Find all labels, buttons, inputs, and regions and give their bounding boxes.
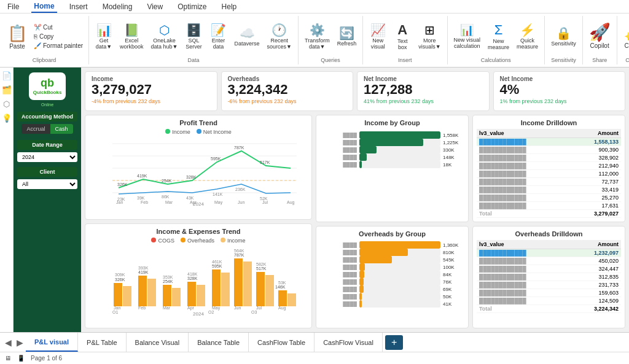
tab-pl-visual[interactable]: P&L visual [26, 333, 78, 352]
client-select[interactable]: All [17, 179, 77, 189]
svg-text:787K: 787K [234, 253, 244, 257]
insights-icon[interactable]: 💡 [2, 114, 12, 123]
new-visual-calc-button[interactable]: 📊 New visualcalculation [451, 23, 483, 50]
income-drilldown-cell-name-3: ████████████ [477, 162, 567, 170]
income-expenses-title: Income & Expenses Trend [89, 228, 308, 235]
quick-measure-button[interactable]: ⚡ Quickmeasure [514, 23, 541, 51]
income-drilldown-row-2: ████████████ 328,902 [477, 154, 621, 162]
income-bar-val-1: 1,225K [443, 140, 464, 145]
cut-button[interactable]: ✂️ Cut [32, 23, 85, 31]
tab-balance-visual[interactable]: Balance Visual [127, 333, 189, 352]
copilot-label: Copilot [625, 42, 629, 49]
overhead-group-bars: ████ 1,360K ████ [320, 240, 464, 324]
copy-button[interactable]: ⎘ Copy [32, 33, 85, 41]
menu-insert[interactable]: Insert [67, 1, 90, 12]
accrual-button[interactable]: Accrual [21, 124, 50, 134]
overheads-drilldown-cell-name-3: ████████████ [477, 273, 567, 281]
overheads-drilldown-row-3: ████████████ 312,835 [477, 273, 621, 281]
tab-nav-next[interactable]: ▶ [14, 338, 26, 347]
overhead-bar-wrap-4 [359, 271, 440, 278]
tablet-icon[interactable]: 📱 [17, 355, 25, 362]
income-drilldown-cell-val-5: 72,737 [567, 178, 621, 186]
tab-bar: ◀ ▶ P&L visual P&L Table Balance Visual … [0, 332, 629, 352]
text-box-button[interactable]: A Textbox [391, 22, 413, 52]
income-drilldown-row-7: ████████████ 25,270 [477, 194, 621, 202]
overhead-bar-label-4: ████ [320, 272, 357, 277]
refresh-label: Refresh [337, 41, 357, 47]
overhead-bar-val-8: 41K [443, 301, 464, 307]
paste-button[interactable]: 📋 Paste [4, 21, 31, 52]
overhead-bar-row-2: ████ 545K [320, 256, 464, 263]
sql-button[interactable]: 🗄️ SQLServer [183, 23, 205, 51]
sensitivity-button[interactable]: 🔒 Sensitivity [549, 26, 579, 48]
overhead-bar-row-5: ████ 76K [320, 278, 464, 285]
overheads-drilldown-col1: lv3_value [477, 240, 567, 249]
kpi-overheads: Overheads 3,224,342 -6% from previous 23… [221, 71, 354, 111]
recent-sources-button[interactable]: 🕐 Recentsources▼ [265, 23, 294, 51]
page-info: Page 1 of 6 [31, 355, 62, 362]
menu-optimize[interactable]: Optimize [175, 1, 209, 12]
new-visual-icon: 📈 [370, 24, 386, 36]
overheads-drilldown-row-5: ████████████ 159,603 [477, 289, 621, 297]
overhead-bar-row-4: ████ 84K [320, 271, 464, 278]
svg-text:461K: 461K [212, 260, 222, 264]
get-data-icon: 📊 [96, 24, 112, 36]
overhead-bar-label-7: ████ [320, 294, 357, 300]
overhead-bar-wrap-8 [359, 300, 440, 308]
income-bar-row-1: ████ 1,225K [320, 139, 464, 146]
excel-button[interactable]: 📗 Excelworkbook [117, 23, 146, 51]
enter-data-button[interactable]: 📝 Enterdata [208, 23, 230, 51]
new-measure-button[interactable]: Σ Newmeasure [485, 22, 512, 52]
tab-cashflow-visual[interactable]: CashFlow Visual [314, 333, 383, 352]
profit-trend-chart: 326K 419K 254K 328K 595K 787K 517K 23K 3… [89, 137, 308, 205]
transform-button[interactable]: ⚙️ Transformdata▼ [302, 23, 332, 51]
overhead-bar-label-3: ████ [320, 265, 357, 270]
format-painter-label: Format painter [43, 42, 83, 49]
tab-pl-table[interactable]: P&L Table [78, 333, 127, 352]
kpi-row: Income 3,279,027 -4% from previous 232 d… [85, 71, 625, 111]
model-icon[interactable]: ⬡ [3, 99, 10, 109]
menu-modeling[interactable]: Modeling [100, 1, 135, 12]
svg-text:595K: 595K [211, 157, 221, 161]
svg-text:Apr: Apr [187, 306, 195, 311]
get-data-label: Getdata▼ [96, 37, 112, 50]
left-charts: Profit Trend Income Net Income [85, 115, 312, 328]
menu-help[interactable]: Help [219, 1, 240, 12]
overhead-bar-row-8: ████ 41K [320, 300, 464, 308]
overhead-bar-8 [359, 300, 362, 308]
data-icon[interactable]: 🗂️ [2, 85, 12, 95]
date-range-select[interactable]: 2024 [17, 152, 77, 162]
copilot-button[interactable]: ✨ Copilot [621, 23, 629, 50]
add-tab-button[interactable]: + [385, 335, 403, 350]
cash-button[interactable]: Cash [50, 124, 73, 134]
svg-rect-43 [187, 282, 196, 306]
menu-view[interactable]: View [144, 1, 165, 12]
menu-file[interactable]: File [5, 1, 21, 12]
income-bar-row-4: ████ 18K [320, 161, 464, 168]
new-visual-button[interactable]: 📈 Newvisual [367, 23, 389, 51]
tab-nav-prev[interactable]: ◀ [2, 338, 14, 347]
menu-home[interactable]: Home [31, 1, 57, 13]
get-data-button[interactable]: 📊 Getdata▼ [93, 23, 115, 51]
refresh-button[interactable]: 🔄 Refresh [335, 26, 359, 48]
svg-text:Jul: Jul [256, 306, 262, 310]
monitor-icon[interactable]: 🖥 [5, 355, 11, 362]
income-bar-row-2: ████ 330K [320, 146, 464, 153]
tab-balance-table[interactable]: Balance Table [189, 333, 249, 352]
overhead-bar-label-5: ████ [320, 279, 357, 285]
income-drilldown-cell-name-2: ████████████ [477, 154, 567, 162]
format-painter-button[interactable]: 🖌️ Format painter [32, 42, 85, 50]
qb-logo-text: QuickBooks [33, 90, 62, 96]
overheads-drilldown-cell-val-2: 324,447 [567, 265, 621, 273]
more-visuals-button[interactable]: ⊞ Morevisuals▼ [416, 23, 443, 51]
publish-button[interactable]: 🚀 Copilot [587, 23, 613, 50]
dataverse-button[interactable]: ☁️ Dataverse [232, 26, 262, 48]
profit-trend-legend: Income Net Income [89, 129, 308, 135]
report-icon[interactable]: 📄 [2, 71, 12, 80]
overhead-bar-1 [359, 249, 408, 256]
quick-measure-icon: ⚡ [520, 24, 535, 36]
tab-cashflow-table[interactable]: CashFlow Table [249, 333, 314, 352]
overheads-drilldown-cell-name-1: ████████████ [477, 257, 567, 265]
onelake-button[interactable]: ⬡ OneLakedata hub▼ [149, 23, 181, 51]
overhead-bar-val-2: 545K [443, 257, 464, 263]
